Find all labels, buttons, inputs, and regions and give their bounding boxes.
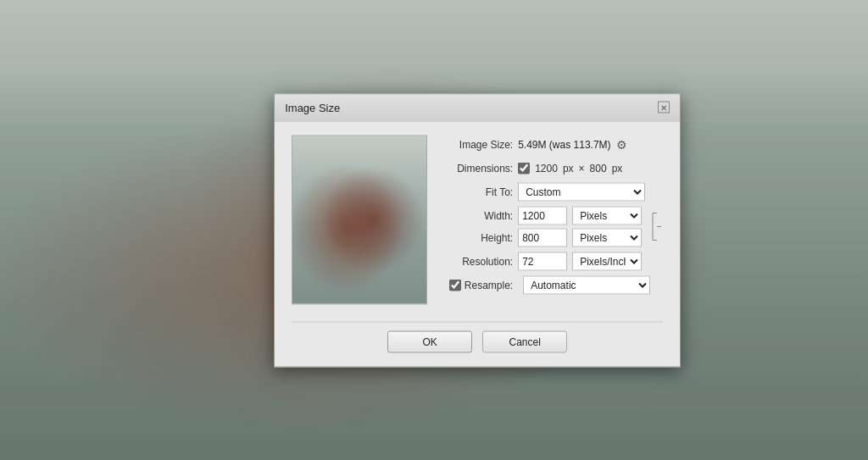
fit-to-select[interactable]: Custom Default Photoshop Size US Paper I… bbox=[518, 182, 645, 201]
dialog-title: Image Size bbox=[285, 101, 340, 114]
image-size-dialog: Image Size ✕ Image Size: 5.49M (was 113.… bbox=[274, 93, 681, 367]
width-unit-select[interactable]: Pixels Inches Centimeters Millimeters Po… bbox=[572, 206, 642, 224]
dimensions-row: Dimensions: 1200 px × 800 px bbox=[441, 158, 663, 177]
width-input[interactable] bbox=[518, 206, 567, 224]
dimensions-unit: px bbox=[563, 162, 574, 174]
resolution-label: Resolution: bbox=[441, 255, 513, 267]
fit-to-label: Fit To: bbox=[441, 186, 513, 197]
dialog-body: Image Size: 5.49M (was 113.7M) ⚙ Dimensi… bbox=[275, 121, 680, 321]
dimensions-x: × bbox=[579, 162, 585, 174]
link-icon bbox=[651, 211, 663, 241]
height-unit-select[interactable]: Pixels Inches Centimeters Millimeters Po… bbox=[572, 228, 642, 247]
close-button[interactable]: ✕ bbox=[658, 102, 670, 114]
resample-check-area: Resample: bbox=[441, 279, 513, 291]
dialog-titlebar: Image Size ✕ bbox=[275, 94, 680, 121]
height-input[interactable] bbox=[518, 228, 567, 247]
resolution-input[interactable] bbox=[518, 252, 567, 270]
fit-to-row: Fit To: Custom Default Photoshop Size US… bbox=[441, 182, 663, 201]
dimensions-width-value: 1200 bbox=[535, 162, 558, 174]
resample-label: Resample: bbox=[465, 279, 513, 291]
dimensions-checkbox[interactable] bbox=[518, 162, 530, 174]
image-size-label: Image Size: bbox=[441, 138, 513, 150]
dimensions-height-value: 800 bbox=[590, 162, 607, 174]
image-size-row: Image Size: 5.49M (was 113.7M) ⚙ bbox=[441, 135, 663, 153]
gear-icon[interactable]: ⚙ bbox=[616, 137, 627, 151]
resolution-unit-select[interactable]: Pixels/Inch Pixels/Centimeter bbox=[572, 252, 642, 270]
resample-select[interactable]: Automatic Preserve Details Bicubic Smoot… bbox=[523, 275, 650, 294]
ok-button[interactable]: OK bbox=[387, 330, 472, 352]
height-row: Height: Pixels Inches Centimeters Millim… bbox=[441, 228, 648, 247]
dimensions-unit2: px bbox=[612, 162, 623, 174]
resample-checkbox[interactable] bbox=[449, 279, 461, 291]
resolution-row: Resolution: Pixels/Inch Pixels/Centimete… bbox=[441, 252, 663, 270]
width-row: Width: Pixels Inches Centimeters Millime… bbox=[441, 206, 648, 224]
width-label: Width: bbox=[441, 209, 513, 221]
width-height-group: Width: Pixels Inches Centimeters Millime… bbox=[441, 206, 663, 247]
resample-row: Resample: Automatic Preserve Details Bic… bbox=[441, 275, 663, 294]
height-label: Height: bbox=[441, 231, 513, 243]
dimensions-label: Dimensions: bbox=[441, 162, 513, 174]
dialog-buttons: OK Cancel bbox=[275, 322, 680, 366]
image-thumbnail bbox=[292, 135, 427, 304]
width-height-fields: Width: Pixels Inches Centimeters Millime… bbox=[441, 206, 648, 247]
photoshop-workspace: Image Size ✕ Image Size: 5.49M (was 113.… bbox=[0, 0, 868, 460]
link-icon-area bbox=[648, 206, 663, 247]
settings-panel: Image Size: 5.49M (was 113.7M) ⚙ Dimensi… bbox=[441, 135, 663, 304]
image-size-value: 5.49M (was 113.7M) bbox=[518, 138, 610, 150]
cancel-button[interactable]: Cancel bbox=[482, 330, 567, 352]
